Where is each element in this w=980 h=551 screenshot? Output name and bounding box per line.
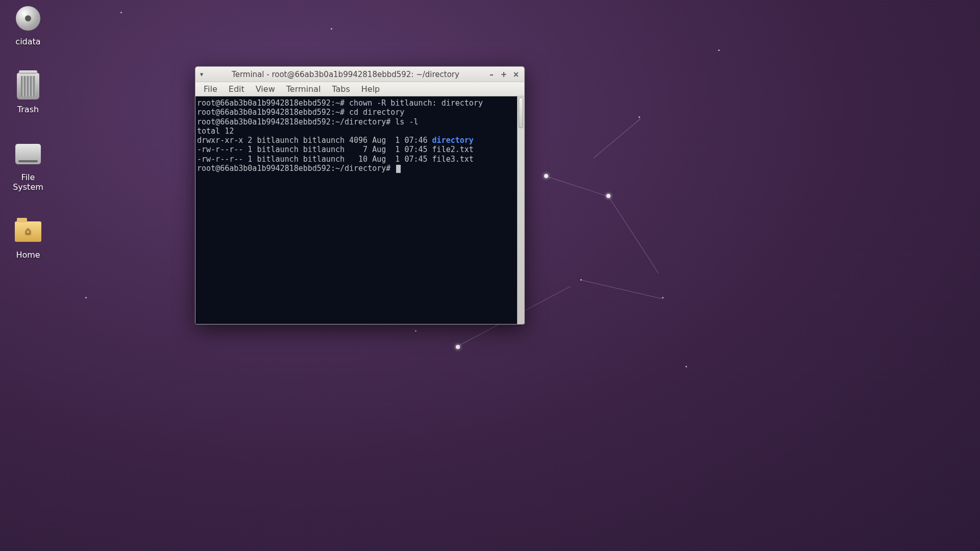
menu-edit[interactable]: Edit — [224, 83, 250, 95]
icon-label: cidata — [5, 37, 51, 46]
maximize-button[interactable]: + — [500, 70, 508, 79]
terminal-window: ▾ Terminal - root@66ab3b0a1b9942818ebbd5… — [195, 66, 525, 324]
minimize-button[interactable]: – — [487, 70, 496, 79]
menu-tabs[interactable]: Tabs — [327, 83, 355, 95]
menu-file[interactable]: File — [199, 83, 223, 95]
menu-terminal[interactable]: Terminal — [281, 83, 326, 95]
home-folder-icon — [14, 217, 42, 246]
window-controls: – + × — [483, 70, 524, 79]
desktop-icon-cidata[interactable]: cidata — [5, 4, 51, 46]
window-titlebar[interactable]: ▾ Terminal - root@66ab3b0a1b9942818ebbd5… — [195, 67, 524, 82]
icon-label: Home — [5, 250, 51, 260]
desktop-icons: cidata Trash File System Home — [5, 4, 51, 285]
desktop-icon-filesystem[interactable]: File System — [5, 140, 51, 192]
window-title: Terminal - root@66ab3b0a1b9942818ebbd592… — [208, 70, 483, 79]
desktop-icon-trash[interactable]: Trash — [5, 72, 51, 114]
scrollbar[interactable] — [517, 96, 524, 324]
terminal-output[interactable]: root@66ab3b0a1b9942818ebbd592:~# chown -… — [195, 96, 517, 324]
window-menu-icon[interactable]: ▾ — [195, 70, 208, 78]
trash-icon — [14, 72, 42, 101]
drive-icon — [14, 140, 42, 168]
icon-label: File System — [5, 172, 51, 192]
disc-icon — [14, 4, 42, 33]
menu-help[interactable]: Help — [356, 83, 385, 95]
menu-view[interactable]: View — [251, 83, 280, 95]
desktop-icon-home[interactable]: Home — [5, 217, 51, 260]
scrollbar-thumb[interactable] — [519, 97, 523, 128]
close-button[interactable]: × — [512, 70, 520, 79]
icon-label: Trash — [5, 105, 51, 114]
menubar: File Edit View Terminal Tabs Help — [195, 82, 524, 96]
